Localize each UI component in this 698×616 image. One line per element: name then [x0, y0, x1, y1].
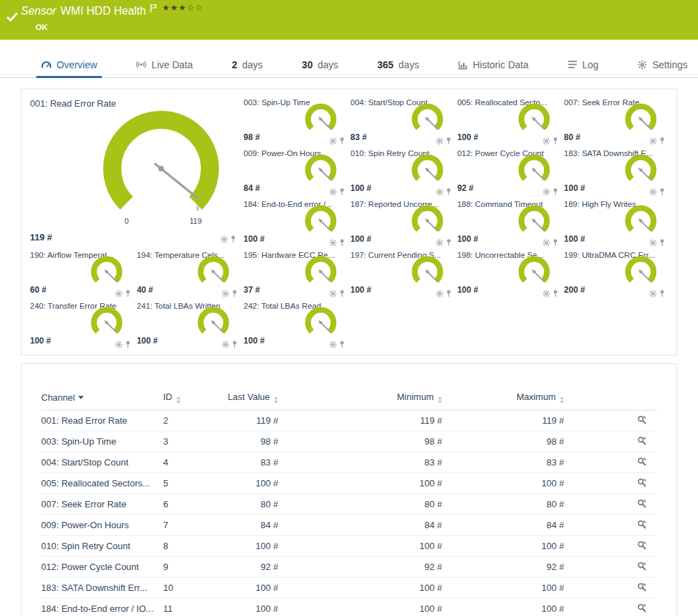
tab-2-days[interactable]: 2days [222, 52, 271, 77]
gauge-195[interactable]: 195: Hardware ECC Re...37 # [242, 249, 349, 300]
pin-icon[interactable] [659, 289, 665, 298]
gauge-010[interactable]: 010: Spin Retry Count100 # [349, 147, 456, 198]
gauge-012[interactable]: 012: Power Cycle Count92 # [456, 147, 563, 198]
gauge-009[interactable]: 009: Power-On Hours84 # [242, 147, 349, 198]
pin-icon[interactable] [552, 289, 559, 298]
tab-historic-data[interactable]: Historic Data [449, 52, 538, 77]
channel-settings-icon[interactable] [637, 582, 647, 592]
pin-icon[interactable] [125, 289, 131, 298]
priority-stars[interactable]: ★★★☆☆ [162, 3, 203, 13]
gear-icon[interactable] [222, 290, 229, 298]
gear-icon[interactable] [543, 137, 550, 145]
gear-icon[interactable] [543, 290, 550, 298]
gear-icon[interactable] [436, 290, 443, 298]
gear-icon[interactable] [649, 188, 657, 196]
channel-settings-icon[interactable] [637, 498, 647, 509]
channel-settings-icon[interactable] [637, 456, 647, 467]
gauge-188[interactable]: 188: Command Timeout100 # [456, 198, 563, 249]
channel-settings-icon[interactable] [637, 415, 647, 425]
gear-icon[interactable] [649, 290, 657, 298]
gear-icon[interactable] [329, 239, 337, 247]
pin-icon[interactable] [232, 289, 238, 298]
tab-365-days[interactable]: 365days [368, 52, 428, 77]
gear-icon[interactable] [115, 341, 123, 348]
channel-settings-icon[interactable] [637, 603, 647, 613]
gear-icon[interactable] [649, 239, 657, 247]
channel-settings-icon[interactable] [637, 519, 647, 530]
channel-settings-icon[interactable] [637, 477, 647, 488]
pin-icon[interactable] [552, 238, 559, 247]
pin-icon[interactable] [339, 238, 345, 247]
pin-icon[interactable] [446, 137, 452, 145]
pin-icon[interactable] [659, 187, 665, 196]
column-header-minimum[interactable]: Minimum [278, 392, 442, 410]
pin-icon[interactable] [230, 235, 236, 243]
pin-icon[interactable] [446, 187, 452, 196]
channel-settings-icon[interactable] [637, 540, 647, 550]
pin-icon[interactable] [232, 340, 238, 348]
channel-link[interactable]: 009: Power-On Hours [41, 515, 163, 536]
gear-icon[interactable] [543, 188, 550, 196]
channel-link[interactable]: 007: Seek Error Rate [41, 494, 163, 515]
gear-icon[interactable] [329, 341, 337, 348]
gear-icon[interactable] [115, 290, 123, 298]
gauge-194[interactable]: 194: Temperature Cels...40 # [135, 249, 242, 300]
gear-icon[interactable] [436, 188, 443, 196]
gauge-005[interactable]: 005: Reallocated Secto...100 # [456, 96, 563, 147]
column-header-last-value[interactable]: Last Value [212, 392, 278, 410]
pin-icon[interactable] [552, 137, 559, 145]
pin-icon[interactable] [446, 238, 452, 247]
gear-icon[interactable] [329, 188, 337, 196]
column-header-maximum[interactable]: Maximum [442, 392, 564, 410]
gauge-004[interactable]: 004: Start/Stop Count83 # [349, 96, 456, 147]
gauge-187[interactable]: 187: Reported Uncorre...100 # [349, 198, 456, 249]
channel-link[interactable]: 183: SATA Downshift Err... [41, 578, 163, 599]
gauge-190[interactable]: 190: Airflow Temperat...60 # [29, 249, 135, 300]
pin-icon[interactable] [339, 187, 345, 196]
gear-icon[interactable] [329, 137, 337, 145]
channel-link[interactable]: 012: Power Cycle Count [41, 557, 163, 578]
gauge-241[interactable]: 241: Total LBAs Written100 # [135, 300, 242, 351]
gauge-primary[interactable]: 001: Read Error Rate 0119x̄ 119 # [29, 96, 242, 249]
gauge-184[interactable]: 184: End-to-End error /...100 # [242, 198, 349, 249]
channel-link[interactable]: 003: Spin-Up Time [41, 431, 163, 452]
gauge-007[interactable]: 007: Seek Error Rate80 # [563, 96, 669, 147]
tab-30-days[interactable]: 30days [293, 52, 347, 77]
pin-icon[interactable] [659, 137, 665, 145]
channel-link[interactable]: 004: Start/Stop Count [41, 452, 163, 473]
gear-icon[interactable] [222, 341, 229, 348]
gauge-189[interactable]: 189: High Fly Writes100 # [563, 198, 669, 249]
pin-icon[interactable] [339, 289, 345, 298]
pin-icon[interactable] [125, 340, 131, 348]
gear-icon[interactable] [436, 239, 443, 247]
gauge-199[interactable]: 199: UltraDMA CRC Err...200 # [563, 249, 669, 300]
column-header-channel[interactable]: Channel [41, 392, 163, 410]
gear-icon[interactable] [436, 137, 443, 145]
pin-icon[interactable] [659, 238, 665, 247]
tab-live-data[interactable]: Live Data [127, 52, 202, 77]
gauge-183[interactable]: 183: SATA Downshift E...100 # [563, 147, 669, 198]
gauge-240[interactable]: 240: Transfer Error Rate100 # [29, 300, 135, 351]
pin-icon[interactable] [446, 289, 452, 298]
pin-icon[interactable] [339, 340, 345, 348]
tab-log[interactable]: Log [559, 52, 607, 77]
column-header-id[interactable]: ID [163, 392, 212, 410]
gauge-242[interactable]: 242: Total LBAs Read100 # [242, 300, 349, 351]
tab-overview[interactable]: Overview [32, 52, 106, 77]
pin-icon[interactable] [339, 137, 345, 145]
channel-settings-icon[interactable] [637, 436, 647, 446]
tab-settings[interactable]: Settings [628, 52, 697, 77]
channel-link[interactable]: 005: Reallocated Sectors... [41, 473, 163, 494]
gear-icon[interactable] [649, 137, 657, 145]
gear-icon[interactable] [543, 239, 550, 247]
gear-icon[interactable] [220, 236, 228, 243]
gauge-197[interactable]: 197: Current Pending S...100 # [349, 249, 456, 300]
gauge-198[interactable]: 198: Uncorrectable Se...100 # [456, 249, 563, 300]
channel-settings-icon[interactable] [637, 561, 647, 571]
gear-icon[interactable] [329, 290, 337, 298]
channel-link[interactable]: 010: Spin Retry Count [41, 536, 163, 557]
flag-icon[interactable] [150, 3, 158, 13]
channel-link[interactable]: 184: End-to-End error / IO... [41, 599, 163, 616]
gauge-003[interactable]: 003: Spin-Up Time98 # [242, 96, 349, 147]
channel-link[interactable]: 001: Read Error Rate [41, 410, 163, 431]
